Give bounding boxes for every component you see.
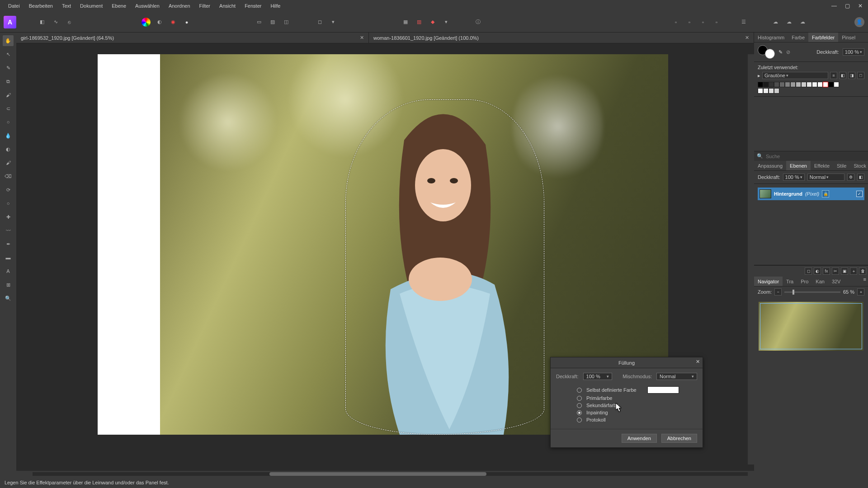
preset-play-icon[interactable]: ▸ — [758, 73, 760, 79]
grid-icon[interactable]: ▦ — [400, 17, 411, 28]
dialog-close-icon[interactable]: ✕ — [696, 359, 700, 365]
dialog-titlebar[interactable]: Füllung ✕ — [551, 357, 703, 368]
zoom-in-icon[interactable]: ＋ — [857, 288, 864, 296]
smudge-tool-icon[interactable]: 〰 — [3, 225, 14, 236]
hand-tool-icon[interactable]: ✋ — [3, 35, 14, 46]
move-tool-icon[interactable]: ↖ — [3, 49, 14, 60]
erase-tool-icon[interactable]: ⌫ — [3, 171, 14, 182]
menu-dokument[interactable]: Dokument — [75, 3, 107, 9]
text-tool-icon[interactable]: A — [3, 266, 14, 277]
layers-adjust-icon[interactable]: ◐ — [814, 267, 821, 275]
palette-opts-3-icon[interactable]: ◨ — [848, 72, 855, 79]
menu-ebene[interactable]: Ebene — [107, 3, 131, 9]
document-tab-1[interactable]: girl-1869532_1920.jpg [Geändert] (64.5%)… — [16, 33, 369, 43]
close-window-icon[interactable]: ✕ — [858, 3, 863, 9]
menu-ansicht[interactable]: Ansicht — [215, 3, 240, 9]
mirror-icon[interactable]: ◆ — [427, 17, 438, 28]
no-color-icon[interactable]: ⊘ — [786, 49, 790, 55]
select-rect-icon[interactable]: ▭ — [254, 17, 264, 28]
quickmask-drop-icon[interactable]: ▾ — [328, 17, 339, 28]
palette-opts-1-icon[interactable]: ≡ — [830, 72, 837, 79]
dialog-blend-combo[interactable]: Normal — [656, 373, 697, 380]
layer-cog-icon[interactable]: ⚙ — [847, 174, 854, 181]
sphere-icon[interactable]: ● — [181, 17, 192, 28]
zoom-tool-icon[interactable]: 🔍 — [3, 293, 14, 304]
layer-visible-checkbox[interactable]: ✓ — [856, 191, 863, 197]
fg-bg-swatch[interactable] — [758, 45, 775, 59]
menu-anordnen[interactable]: Anordnen — [164, 3, 195, 9]
tab-histogramm[interactable]: Histogramm — [754, 33, 788, 42]
layers-fx-icon[interactable]: fx — [823, 267, 830, 275]
layer-opacity-dropdown[interactable]: 100 % — [783, 174, 805, 181]
menu-filter[interactable]: Filter — [195, 3, 215, 9]
shape-tool-icon[interactable]: ▬ — [3, 252, 14, 263]
select-lasso-tool-icon[interactable]: ⊂ — [3, 103, 14, 114]
blend-mode-dropdown[interactable]: Normal — [807, 174, 844, 181]
persona-photo-icon[interactable] — [23, 17, 34, 28]
radio-icon[interactable] — [577, 418, 582, 422]
palette-opts-4-icon[interactable]: □ — [857, 72, 864, 79]
color-picker-tool-icon[interactable]: ✎ — [3, 62, 14, 73]
fill-option-0[interactable]: Selbst definierte Farbe — [556, 386, 697, 394]
layer-extra-icon[interactable]: ◧ — [857, 174, 864, 181]
layers-crop-icon[interactable]: ✂ — [832, 267, 839, 275]
tab-tra[interactable]: Tra — [783, 277, 797, 286]
fill-option-2[interactable]: Sekundärfarbe — [556, 403, 697, 408]
menu-bearbeiten[interactable]: Bearbeiten — [24, 3, 57, 9]
layers-group-icon[interactable]: ▣ — [841, 267, 848, 275]
arrange-2-icon[interactable]: ▫ — [684, 17, 695, 28]
split-icon[interactable]: ▥ — [414, 17, 425, 28]
navigator-preview[interactable] — [759, 302, 863, 351]
heal-tool-icon[interactable]: ✚ — [3, 211, 14, 222]
fill-option-1[interactable]: Primärfarbe — [556, 395, 697, 401]
radio-icon[interactable] — [577, 396, 582, 401]
select-deselect-icon[interactable]: ▨ — [267, 17, 278, 28]
quickmask-icon[interactable]: ◻ — [314, 17, 325, 28]
tab-pinsel[interactable]: Pinsel — [838, 33, 859, 42]
eyedropper-mini-icon[interactable]: ✎ — [778, 49, 783, 55]
cloud-1-icon[interactable]: ☁ — [770, 17, 781, 28]
h-scroll-thumb[interactable] — [269, 472, 486, 476]
grayscale-swatch-grid[interactable] — [758, 82, 864, 87]
dialog-opacity-combo[interactable]: 100 % — [583, 373, 612, 380]
menu-datei[interactable]: Datei — [4, 3, 24, 9]
menu-hilfe[interactable]: Hilfe — [266, 3, 285, 9]
tab-stock[interactable]: Stock — [850, 161, 868, 170]
arrange-3-icon[interactable]: ▫ — [698, 17, 708, 28]
select-brush-tool-icon[interactable]: 🖌 — [3, 89, 14, 100]
align-icon[interactable]: ☰ — [738, 17, 749, 28]
flood-tool-icon[interactable]: 💧 — [3, 130, 14, 141]
close-tab-2-icon[interactable]: ✕ — [745, 35, 749, 41]
paint-brush-tool-icon[interactable]: 🖌 — [3, 157, 14, 168]
fill-option-3[interactable]: Inpainting — [556, 410, 697, 415]
radio-icon[interactable] — [577, 410, 582, 415]
radio-icon[interactable] — [577, 388, 582, 393]
persona-develop-icon[interactable]: ∿ — [50, 17, 61, 28]
search-input[interactable] — [766, 154, 865, 159]
persona-export-icon[interactable]: ⎋ — [64, 17, 75, 28]
tab-navigator[interactable]: Navigator — [754, 277, 783, 286]
panel-menu-3-icon[interactable]: ≡ — [862, 277, 868, 286]
pen-tool-icon[interactable]: ✒ — [3, 239, 14, 249]
menu-text[interactable]: Text — [57, 3, 75, 9]
zoom-out-icon[interactable]: − — [774, 288, 782, 296]
minimize-icon[interactable]: — — [831, 3, 837, 9]
cloud-3-icon[interactable]: ☁ — [797, 17, 808, 28]
arrange-1-icon[interactable]: ▫ — [670, 17, 681, 28]
info-icon[interactable]: ⓘ — [472, 17, 483, 28]
radio-icon[interactable] — [577, 403, 582, 408]
marquee-tool-icon[interactable]: ○ — [3, 117, 14, 127]
crop-tool-icon[interactable]: ⧉ — [3, 76, 14, 87]
rgb-icon[interactable]: ◉ — [168, 17, 179, 28]
arrange-4-icon[interactable]: ▫ — [711, 17, 722, 28]
select-refine-icon[interactable]: ◫ — [281, 17, 292, 28]
gradient-tool-icon[interactable]: ◐ — [3, 144, 14, 155]
color-wheel-icon[interactable] — [141, 17, 151, 28]
layers-add-icon[interactable]: ＋ — [850, 267, 857, 275]
tab-farbe[interactable]: Farbe — [788, 33, 808, 42]
dodge-tool-icon[interactable]: ○ — [3, 198, 14, 209]
swatch-row-2[interactable] — [758, 88, 864, 94]
menu-fenster[interactable]: Fenster — [240, 3, 266, 9]
tab-kan[interactable]: Kan — [812, 277, 828, 286]
maximize-icon[interactable]: ▢ — [845, 3, 850, 9]
